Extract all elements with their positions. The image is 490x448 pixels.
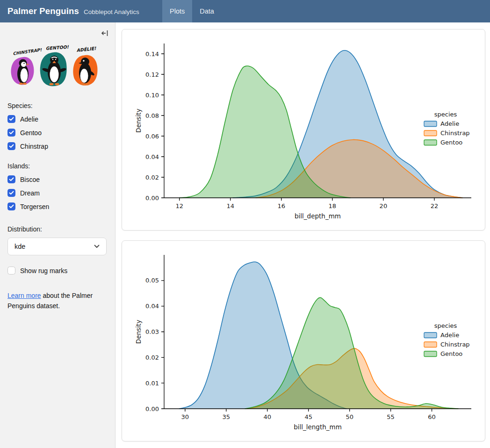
svg-text:55: 55 [387, 413, 395, 420]
distribution-label: Distribution: [7, 225, 108, 233]
checkbox-show-rug[interactable] [7, 267, 15, 275]
chinstrap-label: CHINSTRAP! [13, 47, 43, 56]
tab-data[interactable]: Data [192, 0, 222, 22]
svg-text:16: 16 [278, 202, 286, 210]
checkbox-biscoe[interactable] [7, 175, 15, 183]
svg-text:0.02: 0.02 [145, 354, 159, 361]
checkbox-gentoo[interactable] [7, 129, 15, 137]
svg-text:22: 22 [431, 202, 439, 210]
svg-text:Adelie: Adelie [440, 120, 459, 127]
svg-text:0.03: 0.03 [145, 328, 159, 335]
svg-text:60: 60 [428, 413, 436, 420]
svg-text:0.04: 0.04 [145, 303, 159, 310]
checkbox-adelie[interactable] [7, 115, 15, 123]
main-content: 1214161820220.000.020.040.060.080.100.12… [115, 22, 490, 448]
svg-text:18: 18 [329, 202, 337, 210]
svg-text:0.01: 0.01 [145, 380, 159, 387]
checkbox-dream[interactable] [7, 189, 15, 197]
bill-length-kde-chart: 303540455055600.000.010.020.030.040.05bi… [122, 241, 485, 441]
svg-text:0.08: 0.08 [145, 112, 159, 119]
navbar: Palmer Penguins Cobblepot Analytics Plot… [0, 0, 490, 22]
checkbox-species-adelie[interactable]: Adelie [7, 115, 108, 123]
svg-text:14: 14 [226, 202, 234, 210]
checkbox-chinstrap[interactable] [7, 142, 15, 150]
bill-depth-card: 1214161820220.000.020.040.060.080.100.12… [122, 29, 485, 231]
sidebar-collapse-icon[interactable] [101, 29, 109, 37]
navbar-brand-group: Palmer Penguins Cobblepot Analytics [0, 0, 162, 22]
app-title: Palmer Penguins [7, 6, 79, 16]
sidebar-footer-text: Learn more about the Palmer Penguins dat… [7, 290, 100, 311]
svg-text:0.05: 0.05 [145, 277, 159, 284]
svg-text:Density: Density [135, 108, 142, 132]
svg-text:30: 30 [181, 413, 189, 420]
svg-text:0.02: 0.02 [145, 174, 159, 181]
checkbox-island-torgersen[interactable]: Torgersen [7, 202, 108, 210]
svg-text:Chinstrap: Chinstrap [440, 341, 470, 348]
svg-text:Adelie: Adelie [440, 332, 459, 339]
svg-text:45: 45 [304, 413, 312, 420]
svg-text:0.00: 0.00 [145, 195, 159, 202]
checkbox-label-chinstrap: Chinstrap [20, 143, 48, 150]
svg-text:0.10: 0.10 [145, 92, 159, 99]
svg-text:Density: Density [135, 320, 142, 344]
checkbox-label-biscoe: Biscoe [20, 176, 40, 183]
checkbox-label-adelie: Adelie [20, 116, 38, 123]
svg-text:0.00: 0.00 [145, 405, 159, 412]
svg-text:12: 12 [175, 202, 183, 210]
distribution-select[interactable]: kde [7, 238, 107, 255]
svg-text:bill_depth_mm: bill_depth_mm [295, 212, 341, 220]
svg-text:species: species [434, 322, 457, 329]
sidebar: CHINSTRAP! GENTOO! ADÉLIE! Species: Adel… [0, 22, 115, 448]
islands-group-label: Islands: [7, 162, 108, 170]
svg-text:35: 35 [223, 413, 231, 420]
nav-tabs: Plots Data [162, 0, 222, 22]
checkbox-species-chinstrap[interactable]: Chinstrap [7, 142, 108, 150]
penguin-artwork-image: CHINSTRAP! GENTOO! ADÉLIE! [7, 44, 108, 93]
checkbox-label-gentoo: Gentoo [20, 129, 42, 137]
bill-length-card: 303540455055600.000.010.020.030.040.05bi… [122, 240, 485, 441]
checkbox-label-torgersen: Torgersen [20, 203, 49, 210]
svg-text:Gentoo: Gentoo [440, 350, 462, 357]
svg-text:Gentoo: Gentoo [440, 139, 462, 146]
tab-plots[interactable]: Plots [162, 0, 192, 22]
svg-text:0.14: 0.14 [145, 51, 159, 58]
adelie-label: ADÉLIE! [76, 46, 97, 53]
species-group-label: Species: [7, 102, 108, 109]
chevron-down-icon [94, 245, 100, 248]
checkbox-species-gentoo[interactable]: Gentoo [7, 129, 108, 137]
svg-text:40: 40 [263, 413, 271, 420]
distribution-selected-value: kde [14, 243, 25, 250]
svg-text:50: 50 [346, 413, 353, 420]
checkbox-label-rug: Show rug marks [20, 267, 67, 275]
checkbox-island-dream[interactable]: Dream [7, 189, 108, 197]
bill-depth-kde-chart: 1214161820220.000.020.040.060.080.100.12… [122, 29, 485, 230]
svg-text:0.04: 0.04 [145, 153, 159, 160]
svg-text:species: species [434, 111, 457, 118]
svg-text:bill_length_mm: bill_length_mm [294, 423, 342, 431]
svg-text:0.06: 0.06 [145, 133, 159, 140]
gentoo-label: GENTOO! [45, 44, 69, 51]
app-subtitle: Cobblepot Analytics [84, 8, 139, 15]
checkbox-torgersen[interactable] [7, 202, 15, 210]
svg-text:20: 20 [380, 202, 388, 210]
checkbox-rug-marks[interactable]: Show rug marks [7, 267, 108, 275]
learn-more-link[interactable]: Learn more [7, 292, 41, 299]
checkbox-label-dream: Dream [20, 189, 40, 197]
svg-text:Chinstrap: Chinstrap [440, 130, 470, 137]
svg-text:0.12: 0.12 [145, 71, 159, 78]
checkbox-island-biscoe[interactable]: Biscoe [7, 175, 108, 183]
